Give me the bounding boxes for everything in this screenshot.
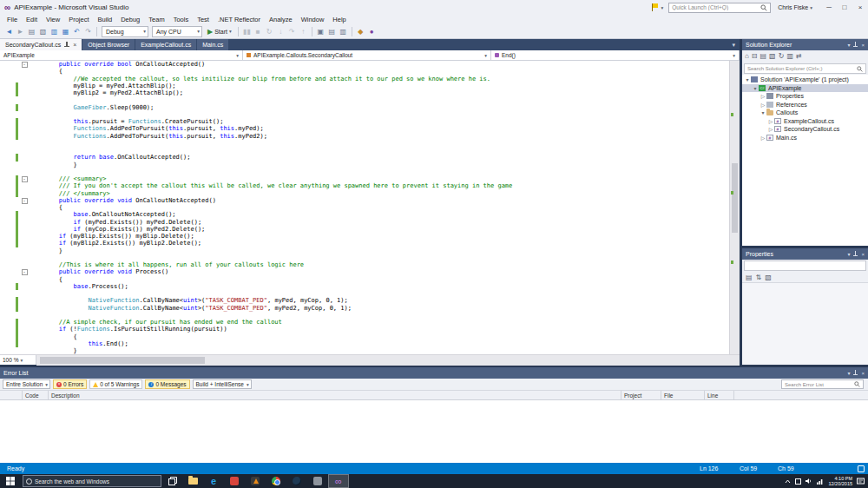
- code-text[interactable]: /// <summary>: [30, 175, 729, 182]
- code-text[interactable]: return base.OnCalloutAccepted();: [30, 154, 729, 161]
- menu-debug[interactable]: Debug: [116, 16, 144, 23]
- column-header-line[interactable]: Line: [705, 391, 734, 399]
- code-text[interactable]: myBlip2 = myPed2.AttachBlip();: [30, 89, 729, 96]
- expander-collapsed-icon[interactable]: ▷: [760, 102, 766, 108]
- code-text[interactable]: base.OnCalloutNotAccepted();: [30, 211, 729, 218]
- break-all-icon[interactable]: ▮▮: [241, 26, 253, 37]
- code-text[interactable]: //We accepted the callout, so lets initi…: [30, 76, 729, 82]
- sync-with-active-document-icon[interactable]: ⇄: [796, 52, 802, 61]
- error-list-body[interactable]: [0, 400, 868, 463]
- close-icon[interactable]: ×: [861, 43, 865, 48]
- code-text[interactable]: base.Process();: [30, 283, 729, 290]
- code-text[interactable]: [30, 96, 729, 103]
- pin-icon[interactable]: [64, 42, 69, 49]
- tree-item-references[interactable]: ▷References: [742, 101, 868, 109]
- taskbar-app-steam-app[interactable]: [286, 474, 307, 488]
- expander-expanded-icon[interactable]: ▾: [752, 85, 759, 91]
- start-debugging-button[interactable]: ▶Start▾: [204, 28, 235, 36]
- member-dropdown[interactable]: End() ▾: [491, 50, 740, 60]
- warnings-filter-toggle[interactable]: 0 of 5 Warnings: [89, 379, 142, 389]
- fold-collapse-icon[interactable]: -: [22, 176, 28, 182]
- restart-icon[interactable]: ↻: [264, 26, 275, 37]
- code-text[interactable]: {: [30, 276, 729, 283]
- window-position-icon[interactable]: ▾: [847, 252, 850, 257]
- pin-icon[interactable]: [853, 251, 858, 257]
- error-scope-dropdown[interactable]: Entire Solution ▾: [3, 379, 50, 389]
- properties-title-bar[interactable]: Properties ▾ ×: [742, 248, 868, 260]
- tab-main-cs[interactable]: Main.cs: [197, 39, 228, 50]
- user-menu[interactable]: Chris Fiske ▾: [778, 4, 812, 10]
- zoom-control[interactable]: 100 % ▾: [0, 355, 36, 366]
- show-all-files-icon[interactable]: ▧: [769, 52, 776, 61]
- code-text[interactable]: }: [30, 247, 729, 254]
- menu-test[interactable]: Test: [193, 16, 214, 23]
- uncomment-lines-icon[interactable]: ▥: [338, 26, 349, 37]
- properties-grid[interactable]: [742, 283, 868, 365]
- menu-analyze[interactable]: Analyze: [265, 16, 297, 23]
- code-text[interactable]: if (myCop.Exists()) myPed2.Delete();: [30, 226, 729, 233]
- code-text[interactable]: }: [30, 162, 729, 168]
- code-text[interactable]: Functions.AddPedToPursuit(this.pursuit, …: [30, 133, 729, 140]
- new-project-icon[interactable]: ▤: [26, 26, 37, 37]
- taskbar-app-file-explorer[interactable]: [182, 474, 203, 488]
- code-text[interactable]: if (myBlip2.Exists()) myBlip2.Delete();: [30, 240, 729, 247]
- taskbar-app-media-app[interactable]: [245, 474, 266, 488]
- horizontal-scrollbar[interactable]: [36, 355, 740, 366]
- tree-item-apiexample[interactable]: ▾APIExample: [742, 84, 868, 93]
- properties-tool-icon[interactable]: ▤: [760, 52, 767, 61]
- tree-item-properties[interactable]: ▷Properties: [742, 92, 868, 101]
- solution-explorer-title-bar[interactable]: Solution Explorer ▾ ×: [742, 39, 868, 50]
- notifications-flag-icon[interactable]: [652, 3, 658, 11]
- taskbar-app-red-app[interactable]: [224, 474, 245, 488]
- code-text[interactable]: [30, 168, 729, 175]
- code-text[interactable]: //This is where it all happens, run all …: [30, 261, 729, 268]
- extension-icon[interactable]: ◆: [355, 26, 366, 37]
- notifications-dropdown-icon[interactable]: ▾: [661, 5, 663, 10]
- property-pages-icon[interactable]: ▧: [765, 274, 772, 281]
- code-text[interactable]: /// </summary>: [30, 190, 729, 197]
- expander-expanded-icon[interactable]: ▾: [744, 76, 751, 82]
- window-position-icon[interactable]: ▾: [847, 43, 850, 48]
- navigate-backward-icon[interactable]: ◄: [3, 26, 15, 37]
- taskbar-app-chrome-browser[interactable]: [266, 474, 286, 488]
- code-text[interactable]: }: [30, 347, 729, 354]
- code-text[interactable]: {: [30, 333, 729, 340]
- column-header-description[interactable]: Description: [49, 391, 621, 399]
- error-list-title-bar[interactable]: Error List ▾ ×: [0, 367, 868, 379]
- menu-file[interactable]: File: [3, 16, 22, 23]
- code-text[interactable]: /// If you don't accept the callout this…: [30, 182, 729, 189]
- save-icon[interactable]: ▥: [49, 26, 60, 37]
- code-text[interactable]: [30, 312, 729, 319]
- code-text[interactable]: NativeFunction.CallByName<uint>("TASK_CO…: [30, 297, 729, 304]
- code-text[interactable]: this.pursuit = Functions.CreatePursuit()…: [30, 118, 729, 125]
- close-icon[interactable]: ×: [861, 252, 865, 257]
- column-header-project[interactable]: Project: [621, 391, 661, 399]
- tree-item-callouts[interactable]: ▾Callouts: [742, 109, 868, 117]
- close-button[interactable]: ×: [852, 0, 868, 15]
- taskbar-clock[interactable]: 4:10 PM 12/20/2015: [828, 476, 852, 487]
- tab-secondarycallout-cs[interactable]: SecondaryCallout.cs×: [0, 39, 82, 50]
- code-area[interactable]: - public override bool OnCalloutAccepted…: [0, 61, 729, 354]
- undo-icon[interactable]: ↶: [71, 26, 82, 37]
- pin-icon[interactable]: [853, 370, 858, 376]
- taskbar-app-game-app[interactable]: [307, 474, 328, 488]
- code-text[interactable]: NativeFunction.CallByName<uint>("TASK_CO…: [30, 305, 729, 312]
- comment-lines-icon[interactable]: ▤: [326, 26, 338, 37]
- step-into-icon[interactable]: ↓: [275, 26, 286, 37]
- menu-project[interactable]: Project: [64, 16, 93, 23]
- taskbar-search-input[interactable]: Search the web and Windows: [23, 475, 161, 487]
- expander-collapsed-icon[interactable]: ▷: [767, 118, 774, 124]
- action-center-icon[interactable]: [857, 478, 865, 485]
- step-out-icon[interactable]: ↑: [298, 26, 309, 37]
- code-text[interactable]: public override void OnCalloutNotAccepte…: [30, 197, 729, 204]
- errors-filter-toggle[interactable]: × 0 Errors: [53, 379, 87, 389]
- horizontal-scrollbar-thumb[interactable]: [40, 357, 205, 364]
- column-header-severity[interactable]: [0, 391, 23, 399]
- maximize-button[interactable]: □: [837, 0, 852, 15]
- tab-examplecallout-cs[interactable]: ExampleCallout.cs: [135, 39, 196, 50]
- taskbar-app-edge-browser[interactable]: e: [203, 474, 224, 488]
- expander-collapsed-icon[interactable]: ▷: [760, 93, 766, 99]
- vertical-scrollbar[interactable]: [729, 61, 740, 354]
- menu-help[interactable]: Help: [328, 16, 350, 23]
- quick-launch-input[interactable]: Quick Launch (Ctrl+Q): [668, 3, 771, 13]
